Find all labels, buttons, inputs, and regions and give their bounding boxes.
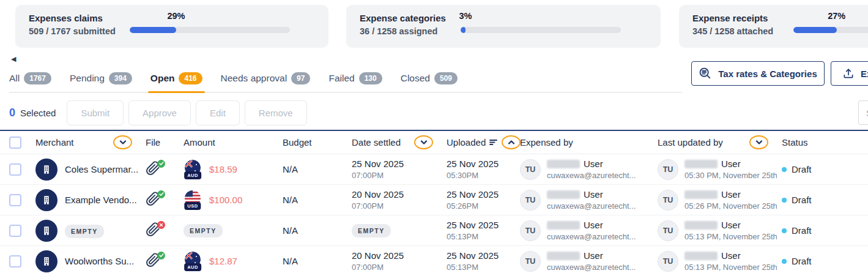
currency-flag-aud: AUD: [184, 252, 202, 271]
tab-all[interactable]: All 1767: [9, 72, 51, 84]
last-updated-sort-button[interactable]: [749, 135, 768, 149]
merchant-sort-button[interactable]: [113, 135, 132, 149]
date-settled-cell: 20 Nov 2025 07:00PM: [352, 189, 404, 211]
table-header-row: Merchant File Amount Budget Date settled…: [0, 131, 868, 154]
time: 07:00PM: [352, 201, 404, 211]
search-input[interactable]: [858, 100, 868, 125]
card-subtitle: 36 / 1258 assigned: [360, 26, 446, 36]
row-checkbox[interactable]: [9, 163, 21, 176]
tab-pending[interactable]: Pending 394: [70, 72, 132, 84]
table-row[interactable]: Woolworths Su... AUD $12.87 N/A 20 Nov 2…: [0, 246, 868, 273]
uploaded-cell: 25 Nov 2025 05:13PM: [447, 250, 499, 272]
table-row[interactable]: EMPTY EMPTY N/A EMPTY 25 Nov 2025 05:13P…: [0, 215, 868, 246]
redacted-name: [684, 160, 718, 168]
card-title: Expenses claims: [29, 13, 116, 23]
stat-card-claims: Expenses claims 509 / 1767 submitted 29%: [15, 5, 328, 48]
currency-code: USD: [184, 202, 201, 210]
user-name: User: [584, 189, 603, 200]
user-avatar: TU: [520, 251, 541, 272]
chevron-down-icon: [420, 140, 428, 145]
column-uploaded: Uploaded: [442, 135, 515, 149]
approve-button[interactable]: Approve: [128, 100, 191, 125]
chevron-up-icon: [508, 140, 515, 145]
user-avatar: TU: [520, 220, 541, 241]
tab-open[interactable]: Open 416: [150, 72, 202, 84]
edit-button[interactable]: Edit: [196, 100, 240, 125]
progress-claims: 29%: [130, 11, 290, 42]
submit-button[interactable]: Submit: [67, 100, 124, 125]
row-checkbox[interactable]: [9, 194, 21, 206]
column-label: Budget: [283, 137, 312, 148]
tab-needs-approval[interactable]: Needs approval 97: [221, 72, 311, 84]
last-updated-cell: User 05:13 PM, November 25th, ...: [684, 250, 777, 272]
attachment-ok-icon: [157, 252, 165, 260]
progress-track: [793, 27, 868, 33]
card-subtitle: 509 / 1767 submitted: [29, 26, 116, 36]
building-icon: [41, 256, 52, 267]
redacted-name: [684, 252, 718, 260]
table-row[interactable]: Coles Supermar... AUD $18.59 N/A 25 Nov …: [0, 154, 868, 185]
updated-timestamp: 05:30 PM, November 25th,...: [684, 171, 777, 180]
row-checkbox[interactable]: [9, 255, 21, 267]
attachment-ok-icon: [157, 160, 165, 168]
redacted-name: [684, 190, 718, 199]
updated-timestamp: 05:13 PM, November 25th, ...: [684, 263, 777, 272]
status-label: Draft: [792, 195, 812, 205]
time: 05:13PM: [447, 263, 499, 272]
stats-section: Expenses claims 509 / 1767 submitted 29%…: [0, 0, 868, 53]
user-name: User: [721, 189, 741, 200]
tax-rates-categories-button[interactable]: Tax rates & Categories: [691, 61, 825, 86]
tab-label: Closed: [401, 73, 430, 84]
tab-label: Pending: [70, 73, 105, 84]
date-settled-sort-button[interactable]: [414, 135, 433, 149]
selection-summary: 0 Selected: [9, 107, 56, 119]
tab-count-badge: 97: [291, 72, 310, 84]
column-label: Uploaded: [447, 137, 486, 148]
attachment-icon[interactable]: [146, 253, 163, 270]
currency-code: AUD: [184, 263, 201, 271]
date: 25 Nov 2025: [447, 250, 499, 261]
column-date-settled: Date settled: [347, 135, 442, 149]
user-name: User: [721, 159, 741, 169]
select-all-checkbox[interactable]: [9, 136, 21, 149]
table-row[interactable]: Example Vendo... USD $100.00 N/A 20 Nov …: [0, 185, 868, 215]
column-label: Status: [782, 137, 808, 148]
status-dot-icon: [782, 198, 787, 203]
attachment-icon[interactable]: [146, 222, 163, 239]
tab-closed[interactable]: Closed 509: [401, 72, 458, 84]
attachment-icon[interactable]: [146, 161, 163, 178]
card-subtitle: 345 / 1258 attached: [692, 26, 773, 36]
progress-fill: [130, 27, 176, 33]
status-label: Draft: [792, 256, 812, 266]
export-label: Export: [861, 69, 868, 79]
budget-value: N/A: [283, 225, 298, 236]
merchant-name[interactable]: Woolworths Su...: [65, 256, 134, 266]
user-avatar: TU: [658, 190, 678, 211]
tab-count-badge: 394: [109, 72, 132, 84]
user-name: User: [721, 220, 741, 230]
last-updated-cell: User 05:26 PM, November 25th,...: [684, 189, 777, 211]
column-budget: Budget: [278, 137, 347, 148]
sort-lines-icon: [489, 137, 497, 148]
currency-code: AUD: [184, 171, 201, 179]
tab-label: Needs approval: [221, 73, 287, 84]
attachment-icon[interactable]: [146, 192, 163, 209]
currency-flag-aud: AUD: [184, 160, 202, 179]
building-icon: [41, 164, 52, 175]
export-button[interactable]: Export: [831, 61, 868, 86]
tab-count-badge: 416: [179, 72, 202, 84]
merchant-name[interactable]: Coles Supermar...: [65, 164, 138, 174]
status-dot-icon: [782, 259, 787, 264]
time: 05:13PM: [447, 232, 499, 241]
redacted-name: [547, 190, 580, 199]
tab-failed[interactable]: Failed 130: [328, 72, 382, 84]
redacted-name: [684, 221, 718, 230]
budget-value: N/A: [283, 256, 298, 266]
column-label: Amount: [184, 137, 215, 148]
remove-button[interactable]: Remove: [245, 100, 307, 125]
row-checkbox[interactable]: [9, 225, 21, 237]
merchant-name[interactable]: Example Vendo...: [65, 195, 137, 205]
budget-value: N/A: [283, 195, 298, 205]
updated-timestamp: 05:13 PM, November 25th, ...: [684, 232, 777, 241]
empty-badge: EMPTY: [352, 224, 391, 237]
